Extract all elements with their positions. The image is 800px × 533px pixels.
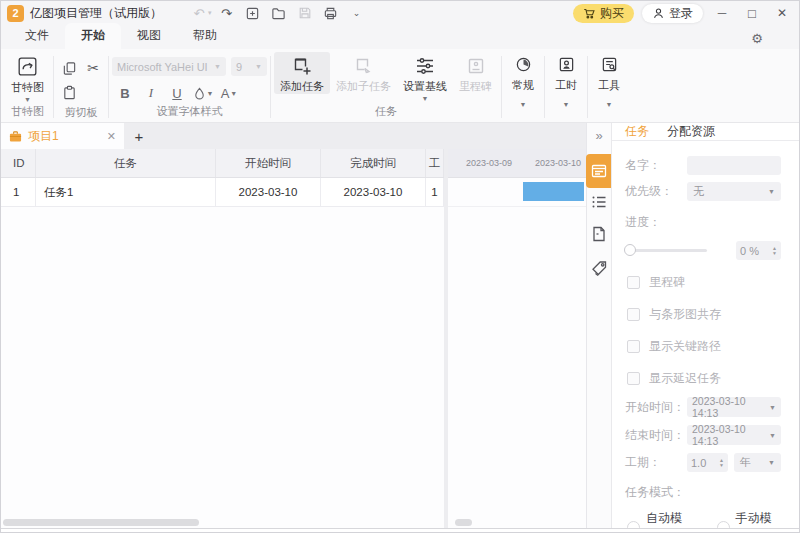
customize-toolbar-button[interactable]: ⌄ [346,4,368,22]
header-id[interactable]: ID [1,149,36,177]
duration-stepper[interactable]: 1.0 ▲▼ [687,453,728,472]
briefcase-icon [9,130,22,143]
end-time-select[interactable]: 2023-03-10 14:13 ▼ [687,425,781,445]
font-family-select[interactable]: Microsoft YaHei UI ▼ [112,57,226,76]
tag-icon [591,260,608,277]
app-logo-icon: 2 [7,5,24,22]
duration-unit-select[interactable]: 年 ▼ [734,453,781,472]
delayed-task-checkbox-row: 显示延迟任务 [625,370,781,387]
login-button[interactable]: 登录 [642,4,703,23]
properties-tabs: 任务 分配资源 [612,123,799,141]
underline-button[interactable]: U [166,84,188,102]
cell-finish[interactable]: 2023-03-10 [321,178,426,206]
notes-panel-button[interactable] [587,226,611,242]
set-baseline-button[interactable]: 设置基线 ▼ [397,52,453,102]
settings-gear-icon[interactable]: ⚙ [751,31,763,46]
start-time-select[interactable]: 2023-03-10 14:13 ▼ [687,397,781,417]
print-button[interactable] [320,4,342,22]
header-finish[interactable]: 完成时间 [321,149,426,177]
task-table: ID 任务 开始时间 完成时间 工 1 任务1 2023-03-10 2023-… [1,149,444,533]
ribbon-separator [587,56,588,118]
cell-duration[interactable]: 1 [426,178,444,206]
tab-assign-resources[interactable]: 分配资源 [667,123,715,140]
buy-button[interactable]: 购买 [573,4,634,23]
progress-spinner-icons[interactable]: ▲▼ [772,246,777,255]
milestone-button[interactable]: 里程碑 [453,52,498,94]
general-button[interactable]: 常规 ▼ [505,52,541,122]
work-hours-label: 工时 [555,78,577,93]
close-button[interactable]: ✕ [771,6,793,20]
progress-slider-thumb[interactable] [624,244,636,256]
font-size-select[interactable]: 9 ▼ [231,57,267,76]
chevrons-right-icon: » [595,128,602,143]
cell-task[interactable]: 任务1 [36,178,216,206]
save-button[interactable] [294,4,316,22]
open-file-button[interactable] [268,4,290,22]
table-horizontal-scrollbar[interactable] [3,519,199,526]
menu-home[interactable]: 开始 [65,23,121,49]
gantt-date-1: 2023-03-09 [448,149,517,177]
add-subtask-label: 添加子任务 [336,79,391,94]
work-hours-icon [558,56,575,73]
font-color-button[interactable]: A ▼ [218,84,240,102]
italic-button[interactable]: I [140,84,162,102]
name-label: 名字： [625,157,687,174]
fill-color-button[interactable]: ▼ [192,84,214,102]
menu-view[interactable]: 视图 [121,23,177,49]
critical-path-checkbox-row: 显示关键路径 [625,338,781,355]
copy-button[interactable] [58,58,80,78]
window-bottom-edge [1,528,799,533]
font-family-value: Microsoft YaHei UI [117,61,208,73]
header-start[interactable]: 开始时间 [216,149,321,177]
gantt-chart-button[interactable]: 甘特图 ▼ [5,52,50,103]
priority-label: 优先级： [625,183,687,200]
header-task[interactable]: 任务 [36,149,216,177]
menu-help[interactable]: 帮助 [177,23,233,49]
tab-close-icon[interactable]: ✕ [107,130,116,143]
new-document-button[interactable] [242,4,264,22]
coexist-checkbox[interactable] [627,308,640,321]
progress-stepper[interactable]: 0 % ▲▼ [736,241,781,260]
minimize-button[interactable]: ─ [711,6,733,20]
menu-file[interactable]: 文件 [9,23,65,49]
add-subtask-button[interactable]: 添加子任务 [330,52,397,94]
redo-button[interactable]: ↷ [216,4,238,22]
document-tab[interactable]: 项目1 ✕ [1,123,124,149]
maximize-button[interactable]: □ [741,6,763,21]
header-duration[interactable]: 工 [426,149,444,177]
set-baseline-label: 设置基线 [403,79,447,94]
bold-button[interactable]: B [114,84,136,102]
new-tab-button[interactable]: + [124,123,154,149]
gantt-task-bar[interactable] [523,182,584,201]
tools-button[interactable]: 工具 ▼ [591,52,627,122]
cell-id[interactable]: 1 [1,178,36,206]
properties-panel: 任务 分配资源 名字： 优先级： 无 ▼ 进度： [611,123,799,533]
priority-select[interactable]: 无 ▼ [687,182,781,201]
add-task-label: 添加任务 [280,79,324,94]
critical-path-checkbox[interactable] [627,340,640,353]
work-hours-button[interactable]: 工时 ▼ [548,52,584,122]
gantt-date-2: 2023-03-10 [517,149,586,177]
table-row[interactable]: 1 任务1 2023-03-10 2023-03-10 1 [1,178,444,207]
collapse-panel-button[interactable]: » [587,128,611,143]
tab-task[interactable]: 任务 [625,123,649,140]
cut-button[interactable]: ✂ [82,58,104,78]
duration-spinner-icons[interactable]: ▲▼ [719,458,724,467]
end-time-caret-icon: ▼ [769,432,776,439]
gantt-horizontal-scrollbar[interactable] [455,519,472,526]
milestone-checkbox[interactable] [627,276,640,289]
tag-panel-button[interactable] [587,260,611,277]
open-folder-icon [271,6,286,21]
coexist-checkbox-label: 与条形图共存 [649,306,721,323]
list-icon [591,194,607,210]
delayed-task-checkbox[interactable] [627,372,640,385]
task-panel-button[interactable] [586,154,611,188]
undo-button[interactable]: ↶▾ [188,4,212,22]
outline-panel-button[interactable] [587,194,611,210]
paste-button[interactable] [58,82,80,102]
duration-value: 1.0 [691,457,706,469]
cell-start[interactable]: 2023-03-10 [216,178,321,206]
progress-slider[interactable] [629,249,707,252]
name-input[interactable] [687,156,781,175]
add-task-button[interactable]: 添加任务 [274,52,330,94]
